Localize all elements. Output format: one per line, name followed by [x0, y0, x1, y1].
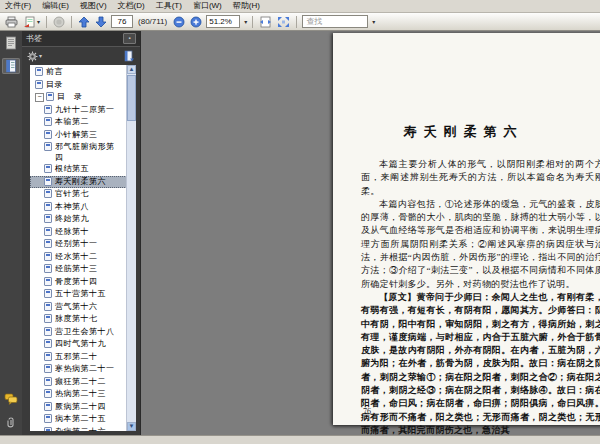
- zoom-level-input[interactable]: [206, 15, 240, 28]
- comments-panel-icon: [4, 393, 18, 405]
- attachments-panel-icon: [5, 416, 17, 429]
- expand-current-bookmark-icon: [123, 50, 135, 62]
- bookmark-item[interactable]: − 小针解第三: [30, 129, 127, 142]
- bookmark-label: 经别第十一: [55, 239, 98, 250]
- status-bar: [0, 435, 600, 444]
- bookmark-page-icon: [44, 130, 52, 139]
- bookmark-item[interactable]: − 经筋第十三: [30, 263, 127, 276]
- bookmark-item[interactable]: − 寿夭刚柔第六: [30, 176, 127, 189]
- bookmark-item[interactable]: − 邪气脏腑病形第四: [30, 141, 127, 163]
- email-button[interactable]: ▾: [22, 15, 41, 29]
- bookmark-label: 经筋第十三: [55, 264, 98, 275]
- find-dropdown-caret[interactable]: ▾: [372, 19, 375, 25]
- bookmark-item[interactable]: − 厥病第二十四: [30, 401, 127, 414]
- bookmark-item[interactable]: − 营卫生会第十八: [30, 326, 127, 339]
- pages-panel-icon: [5, 36, 17, 50]
- bookmark-item[interactable]: − 前言: [30, 66, 127, 79]
- print-button[interactable]: [4, 15, 19, 29]
- zoom-in-button[interactable]: [189, 15, 203, 29]
- collapse-expander-icon[interactable]: −: [35, 93, 44, 102]
- scrollbar-thumb[interactable]: [127, 75, 136, 121]
- bookmark-item[interactable]: − 目录: [30, 79, 127, 92]
- bookmark-item[interactable]: − 骨度第十四: [30, 276, 127, 289]
- options-button[interactable]: ▾: [27, 51, 42, 62]
- bookmark-page-icon: [44, 142, 52, 151]
- bookmark-page-icon: [44, 264, 52, 273]
- menu-item[interactable]: 帮助(H): [233, 0, 260, 12]
- bookmark-item[interactable]: − 杂病第二十六: [30, 426, 127, 432]
- bookmark-item[interactable]: − 脉度第十七: [30, 313, 127, 326]
- next-page-button[interactable]: [94, 15, 108, 29]
- bookmark-item[interactable]: − 九针十二原第一: [30, 104, 127, 117]
- bookmark-item[interactable]: − 经别第十一: [30, 238, 127, 251]
- previous-page-button[interactable]: [77, 15, 91, 29]
- fit-page-button[interactable]: [276, 15, 291, 29]
- bookmarks-list: − 前言 − 目录 − 目 录 −: [30, 66, 127, 431]
- scroll-down-button[interactable]: ▼: [127, 422, 136, 431]
- panel-menu-button[interactable]: ▪: [123, 33, 136, 44]
- bookmark-item[interactable]: − 终始第九: [30, 213, 127, 226]
- bookmark-label: 杂病第二十六: [55, 427, 106, 432]
- pdf-reader-window: 文件(F)编辑(E)视图(V)文档(D)工具(T)窗口(W)帮助(H) ▾: [0, 0, 600, 444]
- bookmark-page-icon: [44, 314, 52, 323]
- bookmark-item[interactable]: − 五十营第十五: [30, 288, 127, 301]
- bookmark-item[interactable]: − 病本第二十五: [30, 413, 127, 426]
- bookmark-page-icon: [46, 92, 54, 101]
- bookmarks-panel-icon: [5, 59, 17, 73]
- menu-item[interactable]: 窗口(W): [193, 0, 222, 12]
- toolbar-separator: [46, 16, 47, 28]
- toolbar-separator: [252, 16, 253, 28]
- menu-item[interactable]: 编辑(E): [42, 0, 69, 12]
- bookmark-label: 官针第七: [55, 189, 89, 200]
- fit-page-icon: [277, 16, 290, 28]
- bookmark-item[interactable]: − 目 录: [30, 91, 127, 104]
- bookmarks-scrollbar[interactable]: ▲ ▼: [126, 65, 136, 431]
- expand-current-bookmark-button[interactable]: [123, 50, 135, 62]
- bookmark-item[interactable]: − 经脉第十: [30, 226, 127, 239]
- menu-item[interactable]: 文件(F): [5, 0, 31, 12]
- bookmark-label: 四时气第十九: [55, 339, 106, 350]
- bookmark-item[interactable]: − 四时气第十九: [30, 338, 127, 351]
- bookmark-item[interactable]: − 本输第二: [30, 116, 127, 129]
- bookmark-item[interactable]: − 官针第七: [30, 188, 127, 201]
- bookmark-item[interactable]: − 经水第十二: [30, 251, 127, 264]
- bookmarks-panel-toolbar: ▾: [22, 47, 140, 65]
- bookmarks-panel-tab[interactable]: [2, 58, 20, 74]
- menu-item[interactable]: 工具(T): [156, 0, 182, 12]
- page-number-input[interactable]: [111, 15, 133, 28]
- bookmark-label: 厥病第二十四: [55, 402, 106, 413]
- bookmark-item[interactable]: − 根结第五: [30, 163, 127, 176]
- bookmark-label: 本输第二: [55, 117, 89, 128]
- fit-width-button[interactable]: [258, 15, 273, 29]
- bookmarks-panel-title: 书签: [26, 33, 42, 44]
- bookmark-item[interactable]: − 营气第十六: [30, 301, 127, 314]
- options-dropdown-caret: ▾: [39, 53, 42, 59]
- bookmark-page-icon: [44, 164, 52, 173]
- document-viewer[interactable]: 寿夭刚柔第六 本篇主要分析人体的形气，以阴阳刚柔相对的两个方面，来阐述辨别生死寿…: [141, 31, 600, 435]
- comments-panel-tab[interactable]: [2, 391, 20, 407]
- bookmark-label: 经脉第十: [55, 227, 89, 238]
- bookmark-page-icon: [44, 389, 52, 398]
- scroll-up-button[interactable]: ▲: [127, 65, 136, 74]
- bookmark-item[interactable]: − 本神第八: [30, 201, 127, 214]
- bookmark-label: 五十营第十五: [55, 289, 106, 300]
- bookmark-item[interactable]: − 热病第二十三: [30, 388, 127, 401]
- zoom-out-button[interactable]: [172, 15, 186, 29]
- review-tracker-icon: [53, 16, 65, 28]
- bookmark-label: 癫狂第二十二: [55, 377, 106, 388]
- bookmarks-tree: − 前言 − 目录 − 目 录 −: [30, 65, 136, 431]
- menu-item[interactable]: 视图(V): [80, 0, 107, 12]
- attachments-panel-tab[interactable]: [2, 414, 20, 430]
- bookmark-label: 小针解第三: [55, 130, 98, 141]
- toolbar-separator: [296, 16, 297, 28]
- bookmark-item[interactable]: − 癫狂第二十二: [30, 376, 127, 389]
- email-dropdown-caret[interactable]: ▾: [37, 19, 40, 25]
- bookmark-item[interactable]: − 寒热病第二十一: [30, 363, 127, 376]
- review-tracker-button[interactable]: [52, 15, 66, 29]
- find-input[interactable]: [302, 15, 368, 28]
- pages-panel-tab[interactable]: [2, 35, 20, 51]
- zoom-dropdown-caret[interactable]: ▾: [244, 19, 247, 25]
- menu-item[interactable]: 文档(D): [118, 0, 145, 12]
- bookmark-page-icon: [44, 427, 52, 432]
- bookmark-item[interactable]: − 五邪第二十: [30, 351, 127, 364]
